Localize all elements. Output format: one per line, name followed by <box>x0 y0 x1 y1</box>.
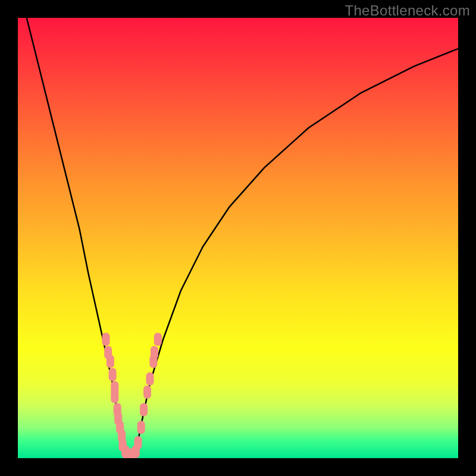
data-marker <box>102 333 110 346</box>
data-marker <box>109 368 117 381</box>
plot-area <box>18 18 458 458</box>
chart-svg <box>18 18 458 458</box>
data-marker <box>134 436 142 449</box>
marker-layer <box>102 333 162 458</box>
data-marker <box>154 333 162 346</box>
data-marker <box>143 386 151 399</box>
data-marker <box>151 346 158 359</box>
data-marker <box>111 390 118 403</box>
data-marker <box>137 421 145 434</box>
series-left-curve <box>27 18 126 458</box>
data-marker <box>107 355 114 368</box>
data-marker <box>140 403 148 416</box>
series-right-curve <box>134 49 458 458</box>
curve-layer <box>27 18 458 458</box>
data-marker <box>146 372 154 386</box>
chart-frame: TheBottleneck.com <box>0 0 476 476</box>
watermark-text: TheBottleneck.com <box>345 2 470 19</box>
